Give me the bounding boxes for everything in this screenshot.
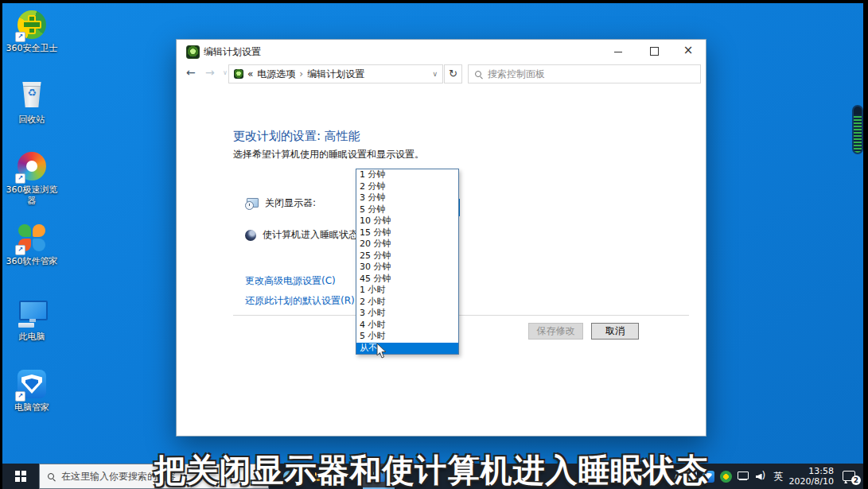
restore-defaults-link[interactable]: 还原此计划的默认设置(R) (245, 294, 355, 308)
desktop-icon-360-software[interactable]: ↗ 360软件管家 (6, 223, 58, 267)
breadcrumb-chevrons[interactable]: « (247, 68, 253, 80)
taskbar-clock[interactable]: 13:58 2020/8/10 (789, 466, 834, 487)
letterbox-left (0, 0, 2, 489)
display-off-row: 关闭显示器: (245, 196, 316, 210)
dropdown-option[interactable]: 2 小时 (356, 297, 458, 309)
back-button[interactable]: ← (186, 66, 196, 79)
start-button[interactable] (2, 464, 39, 489)
window-titlebar[interactable]: 编辑计划设置 × (177, 40, 706, 62)
cancel-button[interactable]: 取消 (591, 323, 639, 340)
desktop-icon-this-pc[interactable]: 此电脑 (6, 299, 58, 343)
desktop-icon-label: 360安全卫士 (6, 43, 58, 54)
page-title: 更改计划的设置: 高性能 (233, 129, 360, 144)
tray-date: 2020/8/10 (789, 476, 834, 487)
dropdown-option[interactable]: 5 分钟 (356, 204, 458, 216)
tray-time: 13:58 (789, 466, 834, 476)
history-dropdown-icon[interactable]: ∨ (223, 69, 228, 76)
close-button[interactable]: × (672, 40, 704, 62)
save-changes-button: 保存修改 (528, 323, 583, 340)
refresh-button[interactable]: ↻ (444, 64, 462, 83)
sleep-label: 使计算机进入睡眠状态: (263, 228, 361, 242)
dropdown-option[interactable]: 45 分钟 (356, 274, 458, 285)
power-options-icon (186, 45, 200, 59)
shortcut-arrow-icon: ↗ (15, 32, 25, 42)
desktop-icon-label: 回收站 (6, 114, 58, 126)
minimize-button[interactable] (602, 40, 634, 62)
letterbox-right (863, 0, 868, 489)
dropdown-option[interactable]: 2 分钟 (356, 181, 458, 193)
dropdown-option[interactable]: 3 小时 (356, 308, 458, 320)
page-description: 选择希望计算机使用的睡眠设置和显示设置。 (233, 148, 424, 161)
input-method-indicator[interactable]: 英 (774, 470, 784, 483)
breadcrumb-separator: › (299, 68, 303, 80)
search-placeholder: 搜索控制面板 (488, 68, 545, 81)
breadcrumb-power-options[interactable]: 电源选项 (257, 68, 295, 81)
shortcut-arrow-icon: ↗ (15, 245, 25, 255)
dropdown-option[interactable]: 10 分钟 (356, 215, 458, 227)
dropdown-option[interactable]: 20 分钟 (356, 239, 458, 250)
desktop-icon-label: 360软件管家 (6, 256, 58, 267)
search-icon (475, 71, 482, 78)
shortcut-arrow-icon: ↗ (15, 391, 25, 402)
dropdown-option[interactable]: 1 小时 (356, 285, 458, 297)
dropdown-option[interactable]: 5 小时 (356, 331, 458, 343)
notification-badge: 2 (851, 475, 861, 485)
dropdown-option[interactable]: 25 分钟 (356, 250, 458, 262)
dropdown-option[interactable]: 30 分钟 (356, 262, 458, 274)
dropdown-option-never-highlighted[interactable]: 从不 (356, 343, 458, 355)
desktop-icon-360-browser[interactable]: ↗ 360极速浏览器 (6, 151, 58, 207)
forward-button[interactable]: → (205, 66, 215, 79)
dropdown-option[interactable]: 3 分钟 (356, 192, 458, 204)
shortcut-arrow-icon: ↗ (15, 173, 25, 184)
network-icon[interactable] (738, 472, 750, 482)
desktop-icon-360-security[interactable]: ↗ 360安全卫士 (6, 10, 58, 54)
tray-360-security-icon[interactable] (720, 471, 732, 483)
control-panel-search[interactable]: 搜索控制面板 (468, 64, 701, 83)
volume-icon[interactable] (756, 472, 769, 482)
window-toolbar: ← → ∨ ↑ « 电源选项 › 编辑计划设置 ∨ ↻ 搜索控制面板 (177, 62, 706, 87)
display-off-label: 关闭显示器: (265, 196, 316, 210)
maximize-button[interactable] (638, 40, 670, 62)
window-title: 编辑计划设置 (204, 45, 261, 59)
power-options-icon (234, 69, 243, 79)
address-expand-icon[interactable]: ∨ (432, 70, 438, 78)
recycle-bin-icon: ♻ (21, 82, 42, 107)
video-subtitle: 把关闭显示器和使计算机进入睡眠状态 (154, 448, 709, 489)
speed-indicator-widget[interactable] (852, 105, 863, 154)
letterbox-top (0, 0, 868, 3)
desktop-icon-label: 电脑管家 (6, 402, 58, 413)
desktop: ↗ 360安全卫士 ♻ 回收站 ↗ 360极速浏览器 ↗ 360软件管家 此电脑… (2, 3, 863, 489)
dropdown-option[interactable]: 1 分钟 (356, 169, 458, 181)
sleep-icon (245, 230, 256, 241)
desktop-icon-pc-manager[interactable]: ↗ 电脑管家 (6, 369, 58, 413)
windows-logo-icon (15, 471, 26, 482)
dropdown-option[interactable]: 4 小时 (356, 320, 458, 332)
action-center-button[interactable]: 2 (843, 469, 858, 483)
separator (233, 315, 689, 316)
display-off-dropdown-list: 1 分钟 2 分钟 3 分钟 5 分钟 10 分钟 15 分钟 20 分钟 25… (356, 169, 459, 355)
display-timer-icon (245, 197, 259, 209)
breadcrumb-edit-plan[interactable]: 编辑计划设置 (307, 68, 364, 81)
desktop-icon-recycle-bin[interactable]: ♻ 回收站 (6, 80, 58, 126)
search-icon (48, 473, 55, 480)
advanced-power-settings-link[interactable]: 更改高级电源设置(C) (245, 274, 336, 288)
mouse-cursor (376, 343, 387, 363)
this-pc-icon (17, 299, 47, 329)
sleep-row: 使计算机进入睡眠状态: (245, 228, 361, 242)
desktop-icon-label: 此电脑 (6, 332, 58, 343)
address-bar[interactable]: « 电源选项 › 编辑计划设置 ∨ (228, 64, 443, 83)
dropdown-option[interactable]: 15 分钟 (356, 227, 458, 239)
desktop-icon-label: 360极速浏览器 (6, 184, 58, 207)
